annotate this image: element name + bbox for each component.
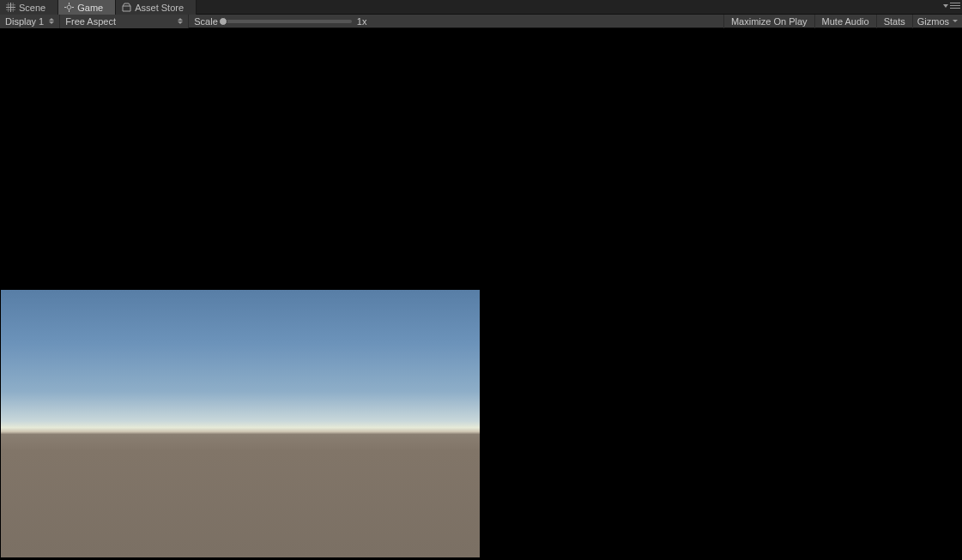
mute-audio-toggle[interactable]: Mute Audio	[814, 15, 876, 28]
game-icon	[64, 3, 74, 13]
scale-control: Scale 1x	[189, 16, 372, 27]
maximize-on-play-toggle[interactable]: Maximize On Play	[723, 15, 814, 28]
tab-asset-store[interactable]: Asset Store	[116, 0, 197, 15]
dropdown-arrows-icon	[49, 18, 54, 24]
view-tab-bar: Scene Game Asset Store	[0, 0, 962, 15]
chevron-down-icon	[943, 4, 948, 8]
mute-audio-label: Mute Audio	[822, 16, 869, 27]
scale-slider[interactable]	[223, 20, 352, 23]
maximize-on-play-label: Maximize On Play	[731, 16, 808, 27]
tab-scene[interactable]: Scene	[0, 0, 58, 15]
camera-viewport	[1, 290, 480, 557]
scale-label: Scale	[194, 16, 218, 27]
dropdown-arrows-icon	[178, 18, 183, 24]
game-toolbar: Display 1 Free Aspect Scale 1x Maximize …	[0, 15, 962, 28]
asset-store-icon	[121, 3, 131, 13]
tab-game[interactable]: Game	[58, 0, 116, 15]
gizmos-dropdown[interactable]: Gizmos	[912, 15, 962, 28]
menu-icon	[950, 3, 960, 9]
stats-label: Stats	[884, 16, 905, 27]
scale-slider-thumb[interactable]	[219, 17, 227, 26]
scale-value: 1x	[357, 16, 367, 27]
display-dropdown[interactable]: Display 1	[0, 15, 60, 28]
tab-scene-label: Scene	[19, 3, 45, 13]
gizmos-label: Gizmos	[917, 16, 949, 27]
tab-asset-store-label: Asset Store	[135, 3, 184, 13]
tab-game-label: Game	[77, 3, 103, 13]
stats-toggle[interactable]: Stats	[876, 15, 912, 28]
display-dropdown-label: Display 1	[5, 16, 44, 27]
aspect-dropdown-label: Free Aspect	[65, 16, 116, 27]
aspect-dropdown[interactable]: Free Aspect	[60, 15, 189, 28]
rendered-scene	[1, 290, 480, 557]
game-view-area[interactable]	[0, 28, 962, 560]
scene-icon	[5, 3, 15, 13]
chevron-down-icon	[953, 20, 958, 22]
tab-options-button[interactable]	[942, 3, 960, 9]
